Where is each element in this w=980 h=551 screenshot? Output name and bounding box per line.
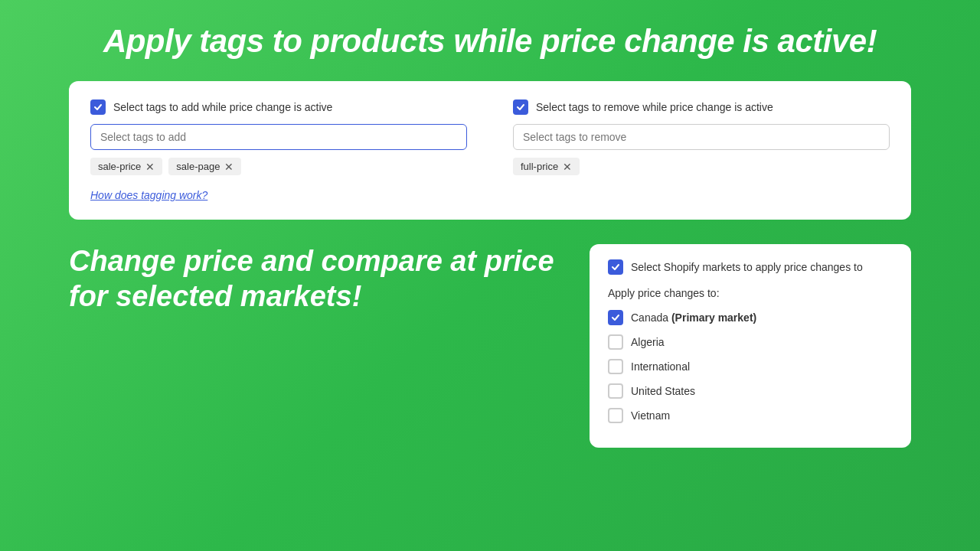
market-item: United States — [608, 383, 893, 399]
tag-name: full-price — [521, 161, 558, 172]
list-item: sale-page ✕ — [168, 158, 241, 175]
bottom-area: Change price and compare at price for se… — [69, 244, 911, 448]
add-tags-checkbox[interactable] — [90, 99, 106, 115]
remove-tags-section: Select tags to remove while price change… — [513, 99, 890, 175]
add-tags-list: sale-price ✕ sale-page ✕ — [90, 158, 467, 175]
apply-label: Apply price changes to: — [608, 287, 893, 299]
market-item: Vietnam — [608, 408, 893, 423]
international-checkbox[interactable] — [608, 359, 623, 374]
list-item: sale-price ✕ — [90, 158, 162, 175]
us-checkbox[interactable] — [608, 383, 623, 399]
canada-checkbox[interactable] — [608, 310, 623, 325]
markets-header-label: Select Shopify markets to apply price ch… — [631, 261, 863, 273]
top-card: Select tags to add while price change is… — [69, 81, 911, 220]
remove-tag-icon[interactable]: ✕ — [224, 161, 234, 172]
algeria-label: Algeria — [631, 336, 665, 348]
add-tags-section: Select tags to add while price change is… — [90, 99, 467, 175]
bottom-title: Change price and compare at price for se… — [69, 244, 559, 314]
remove-tag-icon[interactable]: ✕ — [563, 161, 572, 172]
vietnam-checkbox[interactable] — [608, 408, 623, 423]
remove-tags-label: Select tags to remove while price change… — [536, 101, 773, 113]
canada-label: Canada (Primary market) — [631, 311, 756, 324]
remove-tag-icon[interactable]: ✕ — [145, 161, 155, 172]
page-title: Apply tags to products while price chang… — [31, 23, 949, 60]
international-label: International — [631, 360, 690, 373]
market-item: Canada (Primary market) — [608, 310, 893, 325]
us-label: United States — [631, 385, 695, 397]
tag-name: sale-price — [98, 161, 141, 172]
markets-checkbox[interactable] — [608, 259, 623, 275]
add-tags-input[interactable] — [90, 124, 467, 150]
markets-card: Select Shopify markets to apply price ch… — [590, 244, 911, 448]
remove-tags-list: full-price ✕ — [513, 158, 890, 175]
tagging-help-link[interactable]: How does tagging work? — [90, 189, 890, 201]
remove-tags-checkbox[interactable] — [513, 99, 528, 115]
add-tags-label: Select tags to add while price change is… — [113, 101, 332, 113]
tag-name: sale-page — [176, 161, 220, 172]
market-item: International — [608, 359, 893, 374]
market-item: Algeria — [608, 334, 893, 350]
remove-tags-input[interactable] — [513, 124, 890, 150]
vietnam-label: Vietnam — [631, 409, 670, 422]
list-item: full-price ✕ — [513, 158, 580, 175]
algeria-checkbox[interactable] — [608, 334, 623, 350]
